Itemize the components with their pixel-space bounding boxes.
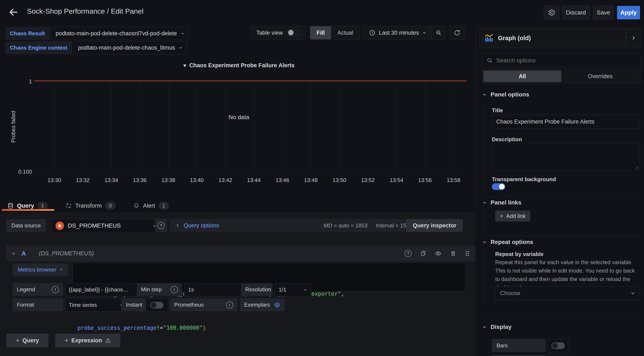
section-heading: Panel options — [490, 91, 529, 98]
tab-transform[interactable]: Transform 0 — [63, 199, 118, 212]
x-tick: 13:42 — [211, 177, 240, 183]
chevron-down-icon — [482, 92, 487, 97]
repeat-variable-select[interactable]: Choose — [495, 286, 640, 300]
time-range-picker: Last 30 minutes — [364, 26, 446, 39]
options-search-input[interactable] — [496, 57, 636, 64]
panel-settings-button[interactable] — [544, 6, 559, 19]
datasource-value: DS_PROMETHEUS — [68, 222, 121, 229]
collapse-options-pane-button[interactable] — [626, 28, 641, 48]
eye-icon[interactable] — [435, 250, 442, 257]
alert-threshold-line — [34, 80, 466, 81]
duplicate-icon[interactable] — [420, 250, 426, 257]
plot-area[interactable] — [35, 82, 466, 173]
variable-value-dropdown[interactable]: podtato-main-pod-delete-chaosnl7vd-pod-d… — [51, 27, 189, 40]
bars-toggle-box — [548, 339, 568, 353]
table-view-toggle[interactable] — [287, 29, 301, 36]
panel-title: Chaos Experiment Probe Failure Alerts — [189, 62, 294, 69]
section-guide-line — [484, 209, 484, 232]
metrics-browser-button[interactable]: Metrics browser — [13, 264, 68, 276]
panel-options-sidebar: Graph (old) All Overrides — [476, 26, 644, 356]
query-row-header[interactable]: A (DS_PROMETHEUS) ? — [6, 245, 475, 261]
apply-button[interactable]: Apply — [617, 6, 640, 19]
tab-alert[interactable]: Alert 1 — [131, 199, 171, 212]
instant-toggle[interactable] — [150, 302, 164, 309]
add-link-button[interactable]: + Add link — [495, 210, 530, 221]
back-button[interactable] — [8, 6, 20, 18]
discard-button[interactable]: Discard — [562, 6, 590, 19]
datasource-help-button[interactable]: ? — [155, 219, 167, 232]
chevron-down-icon — [482, 240, 487, 244]
chevron-down-icon — [303, 288, 307, 292]
bars-toggle[interactable] — [552, 342, 565, 349]
section-heading: Panel links — [490, 199, 521, 206]
arrow-left-icon — [8, 7, 18, 17]
info-icon: i — [52, 286, 59, 293]
expression-line-2: probe_success_percentage!="100.000000"} — [78, 322, 460, 334]
gear-icon — [548, 9, 555, 16]
plus-icon: + — [64, 337, 68, 344]
chevron-down-icon — [482, 325, 487, 329]
exemplars-label: Exemplars — [244, 302, 270, 308]
trash-icon[interactable] — [450, 250, 456, 257]
variable-value: podtato-main-pod-delete-chaos_litmus — [78, 44, 175, 51]
time-range-label: Last 30 minutes — [379, 30, 419, 36]
datasource-picker[interactable]: DS_PROMETHEUS — [51, 219, 161, 232]
section-divider — [482, 316, 640, 317]
transparent-background-toggle[interactable] — [492, 183, 505, 190]
exemplars-target-icon[interactable] — [274, 302, 280, 308]
query-options-bar[interactable]: Query options MD = auto = 1853 Interval … — [170, 219, 414, 232]
tab-count-badge: 1 — [38, 202, 48, 210]
format-select[interactable]: Time series — [65, 298, 127, 312]
next-option-toggle-partial — [548, 355, 568, 356]
bell-icon — [133, 202, 140, 209]
database-icon — [7, 202, 14, 209]
add-expression-button[interactable]: + Expression — [55, 334, 120, 347]
y-tick-1: 1 — [21, 78, 32, 85]
zoom-out-button[interactable] — [432, 26, 445, 39]
min-step-label: Min step — [141, 286, 162, 293]
page-title: Sock-Shop Performance / Edit Panel — [27, 7, 144, 15]
chevron-down-icon — [630, 291, 635, 296]
query-help-icon[interactable]: ? — [404, 250, 412, 257]
x-axis: 13:30 13:32 13:34 13:36 13:38 13:40 13:4… — [0, 177, 474, 184]
panel-links-section-header[interactable]: Panel links — [482, 199, 521, 206]
collapse-chevron-icon — [11, 251, 16, 256]
resolution-label-chip: Resolution — [241, 283, 272, 296]
panel-description-textarea[interactable] — [492, 144, 640, 171]
chevron-down-icon — [422, 31, 426, 35]
save-button[interactable]: Save — [593, 6, 614, 19]
panel-header[interactable]: ♥ Chaos Experiment Probe Failure Alerts — [5, 62, 472, 69]
panel-title-input[interactable] — [492, 115, 640, 129]
repeat-options-section-header[interactable]: Repeat options — [482, 239, 533, 245]
panel-options-section-header[interactable]: Panel options — [482, 91, 529, 98]
query-inspector-button[interactable]: Query inspector — [406, 219, 463, 232]
variable-value: podtato-main-pod-delete-chaosnl7vd-pod-d… — [56, 30, 177, 37]
section-heading: Display — [490, 324, 512, 330]
table-view-control: Table view — [252, 26, 306, 39]
section-divider — [482, 236, 640, 236]
drag-handle-icon[interactable] — [465, 250, 470, 257]
add-query-button[interactable]: + Query — [6, 334, 48, 347]
chevron-down-icon — [178, 46, 183, 50]
min-step-label-chip: Min step i — [137, 283, 182, 296]
visualization-picker[interactable]: Graph (old) — [479, 28, 634, 48]
fill-actual-switch: Fill Actual — [310, 26, 360, 39]
tab-all[interactable]: All — [484, 71, 561, 82]
refresh-button[interactable] — [450, 26, 464, 39]
zoom-out-icon — [436, 30, 442, 36]
legend-label-chip: Legend i — [13, 283, 63, 296]
x-tick: 13:58 — [439, 177, 468, 183]
info-icon: i — [171, 286, 178, 293]
resize-handle-icon[interactable] — [635, 166, 638, 169]
fill-option[interactable]: Fill — [310, 26, 331, 39]
variable-label: Chaos Engine context — [5, 41, 72, 54]
display-section-header[interactable]: Display — [482, 324, 512, 330]
tab-overrides[interactable]: Overrides — [561, 71, 639, 82]
variable-value-dropdown[interactable]: podtato-main-pod-delete-chaos_litmus — [74, 41, 187, 54]
actual-option[interactable]: Actual — [331, 26, 360, 39]
min-step-input[interactable]: 1s — [184, 283, 247, 296]
help-icon: ? — [158, 222, 164, 229]
resolution-select[interactable]: 1/1 — [275, 283, 311, 296]
time-range-button[interactable]: Last 30 minutes — [364, 30, 432, 36]
legend-format-input[interactable]: {{app_label}} - {{chaos… — [65, 283, 143, 296]
